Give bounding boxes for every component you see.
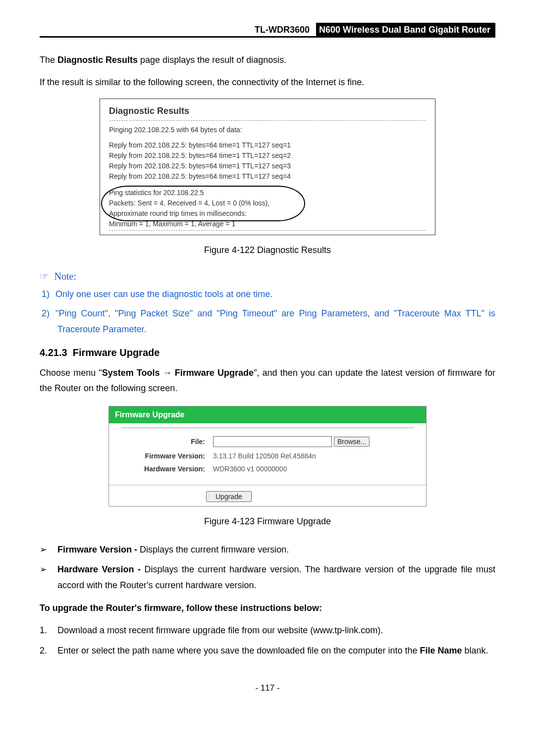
paragraph: Choose menu "System Tools → Firmware Upg… [40, 365, 495, 396]
text: Enter or select the path name where you … [57, 646, 420, 655]
text: blank. [462, 646, 488, 655]
file-row: File: Browse... [121, 436, 414, 447]
browse-button[interactable]: Browse... [334, 437, 370, 447]
diag-line: Pinging 202.108.22.5 with 64 bytes of da… [109, 125, 426, 135]
panel-header: Firmware Upgrade [109, 406, 426, 423]
model-code: TL-WDR3600 [255, 25, 310, 35]
emphasis: File Name [420, 646, 462, 655]
text: The [40, 55, 57, 65]
emphasis: Hardware Version - [57, 564, 141, 574]
firmware-version-label: Firmware Version: [121, 452, 213, 460]
diagnostic-results-panel: Diagnostic Results Pinging 202.108.22.5 … [100, 99, 435, 235]
list-item: ➢ Firmware Version - Displays the curren… [40, 542, 495, 557]
paragraph: If the result is similar to the followin… [40, 75, 495, 90]
diag-line: Ping statistics for 202.108.22.5 [109, 188, 426, 198]
bullet-icon: ➢ [40, 561, 57, 594]
bullet-icon: ➢ [40, 542, 57, 557]
text: Choose menu " [40, 368, 102, 378]
upgrade-button[interactable]: Upgrade [206, 491, 252, 502]
emphasis: Diagnostic Results [57, 55, 138, 65]
paragraph: The Diagnostic Results page displays the… [40, 52, 495, 68]
item-text: "Ping Count", "Ping Packet Size" and "Pi… [55, 308, 495, 334]
emphasis: System Tools [102, 368, 160, 378]
hw-version-row: Hardware Version: WDR3600 v1 00000000 [121, 465, 414, 473]
section-title: Firmware Upgrade [73, 347, 160, 358]
diag-line: Approximate round trip times in millisec… [109, 208, 426, 219]
diag-line: Packets: Sent = 4, Received = 4, Lost = … [109, 198, 426, 208]
note-heading: ☞ Note: [40, 270, 495, 282]
step-text: Download a most recent firmware upgrade … [57, 622, 383, 638]
item-text: Only one user can use the diagnostic too… [55, 289, 272, 299]
list-item: 1)Only one user can use the diagnostic t… [42, 286, 495, 302]
diag-line: Reply from 202.108.22.5: bytes=64 time=1… [109, 151, 426, 161]
diag-stats: Ping statistics for 202.108.22.5 Packets… [109, 188, 426, 229]
note-list: 1)Only one user can use the diagnostic t… [40, 286, 495, 337]
list-item: ➢ Hardware Version - Displays the curren… [40, 561, 495, 594]
step-text: Enter or select the path name where you … [57, 643, 488, 658]
step-number: 2. [40, 643, 57, 658]
file-label: File: [121, 438, 213, 446]
emphasis: Firmware Version - [57, 545, 137, 554]
diag-title: Diagnostic Results [109, 104, 426, 120]
diag-line: Reply from 202.108.22.5: bytes=64 time=1… [109, 171, 426, 182]
diag-line: Minimum = 1, Maximum = 1, Average = 1 [109, 219, 426, 229]
step-number: 1. [40, 622, 57, 638]
device-name: N600 Wireless Dual Band Gigabit Router [316, 23, 495, 37]
diag-line: Reply from 202.108.22.5: bytes=64 time=1… [109, 161, 426, 171]
fw-version-row: Firmware Version: 3.13.17 Build 120508 R… [121, 452, 414, 460]
list-item: 1. Download a most recent firmware upgra… [40, 622, 495, 638]
emphasis: Firmware Upgrade [175, 368, 254, 378]
page-number: - 117 - [40, 683, 495, 693]
item-number: 1) [42, 286, 55, 302]
panel-footer: Upgrade [109, 485, 426, 506]
ordered-list: 1. Download a most recent firmware upgra… [40, 622, 495, 658]
diag-line: Reply from 202.108.22.5: bytes=64 time=1… [109, 140, 426, 151]
note-label: Note: [54, 271, 76, 282]
arrow-icon: → [160, 368, 175, 378]
figure-caption: Figure 4-122 Diagnostic Results [40, 245, 495, 255]
hardware-version-value: WDR3600 v1 00000000 [213, 465, 287, 473]
list-item: 2. Enter or select the path name where y… [40, 643, 495, 658]
text: page displays the result of diagnosis. [138, 55, 286, 65]
section-number: 4.21.3 [40, 347, 67, 358]
file-input[interactable] [213, 436, 332, 447]
firmware-version-value: 3.13.17 Build 120508 Rel.45884n [213, 452, 316, 460]
instructions-heading: To upgrade the Router's firmware, follow… [40, 601, 495, 616]
pointing-hand-icon: ☞ [40, 271, 49, 282]
list-item: 2)"Ping Count", "Ping Packet Size" and "… [42, 305, 495, 338]
hardware-version-label: Hardware Version: [121, 465, 213, 473]
item-number: 2) [42, 305, 55, 321]
firmware-upgrade-panel: Firmware Upgrade File: Browse... Firmwar… [108, 406, 427, 506]
page-header: TL-WDR3600 N600 Wireless Dual Band Gigab… [40, 25, 495, 38]
text: Displays the current firmware version. [137, 545, 289, 554]
bullet-list: ➢ Firmware Version - Displays the curren… [40, 542, 495, 594]
figure-caption: Figure 4-123 Firmware Upgrade [40, 516, 495, 527]
diag-body: Pinging 202.108.22.5 with 64 bytes of da… [109, 120, 426, 231]
section-heading: 4.21.3 Firmware Upgrade [40, 347, 495, 358]
